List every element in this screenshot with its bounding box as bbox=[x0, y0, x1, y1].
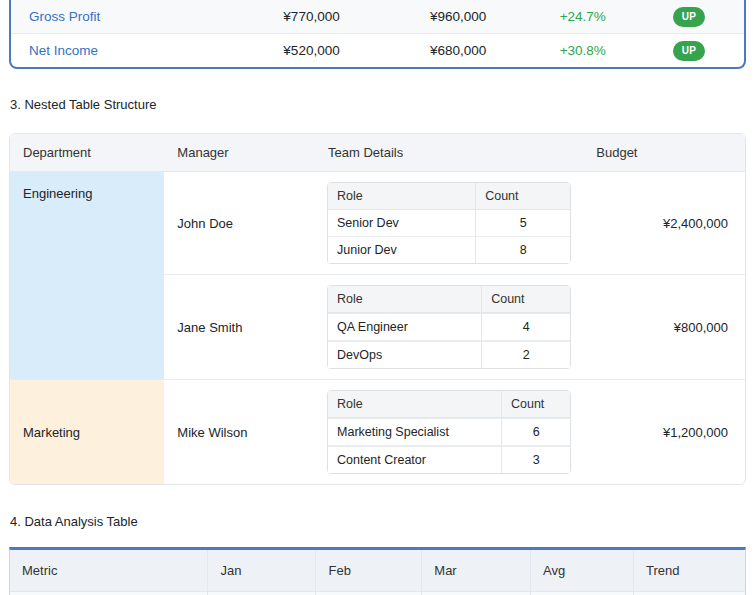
change-percent: +24.7% bbox=[531, 0, 634, 34]
table-row: Engineering John Doe Role Count Senior D… bbox=[10, 172, 745, 274]
count-cell: 5 bbox=[476, 210, 570, 237]
section-heading-nested-table: 3. Nested Table Structure bbox=[10, 97, 746, 112]
badge-cell: UP bbox=[634, 34, 744, 67]
table-row: Marketing Mike Wilson Role Count Marketi… bbox=[10, 379, 745, 484]
value-cell: ¥520,000 bbox=[238, 34, 385, 67]
inner-column-count: Count bbox=[502, 391, 570, 418]
team-details-cell: Role Count QA Engineer 4 DevOps 2 bbox=[315, 274, 583, 379]
count-cell: 3 bbox=[502, 446, 570, 473]
column-header-department: Department bbox=[10, 134, 164, 172]
role-cell: Senior Dev bbox=[328, 210, 476, 237]
team-details-cell: Role Count Senior Dev 5 Junior Dev 8 bbox=[315, 172, 583, 274]
column-header-jan: Jan bbox=[208, 550, 316, 592]
department-cell-marketing: Marketing bbox=[10, 379, 164, 484]
value-cell: ¥680,000 bbox=[385, 34, 532, 67]
financial-table: Gross Profit ¥770,000 ¥960,000 +24.7% UP… bbox=[9, 0, 746, 69]
status-badge: UP bbox=[673, 41, 705, 61]
role-cell: QA Engineer bbox=[328, 313, 482, 341]
column-header-trend: Trend bbox=[634, 550, 745, 592]
inner-column-count: Count bbox=[476, 183, 570, 210]
column-header-manager: Manager bbox=[164, 134, 315, 172]
change-percent: +30.8% bbox=[531, 34, 634, 67]
inner-header-row: Role Count bbox=[328, 183, 570, 210]
value-cell: ¥770,000 bbox=[238, 0, 385, 34]
badge-cell: UP bbox=[634, 0, 744, 34]
column-header-budget: Budget bbox=[583, 134, 745, 172]
column-header-avg: Avg bbox=[531, 550, 634, 592]
inner-row: Junior Dev 8 bbox=[328, 237, 570, 263]
team-roles-table: Role Count QA Engineer 4 DevOps 2 bbox=[327, 285, 571, 369]
count-cell: 4 bbox=[482, 313, 570, 341]
inner-row: Marketing Specialist 6 bbox=[328, 418, 570, 446]
department-cell-engineering: Engineering bbox=[10, 172, 164, 379]
team-details-cell: Role Count Marketing Specialist 6 Conten… bbox=[315, 379, 583, 484]
table-row: Gross Profit ¥770,000 ¥960,000 +24.7% UP bbox=[11, 0, 744, 34]
team-roles-table: Role Count Senior Dev 5 Junior Dev 8 bbox=[327, 182, 571, 264]
metric-label: Net Income bbox=[11, 34, 238, 67]
column-header-mar: Mar bbox=[422, 550, 531, 592]
inner-column-role: Role bbox=[328, 286, 482, 313]
role-cell: DevOps bbox=[328, 341, 482, 368]
inner-header-row: Role Count bbox=[328, 391, 570, 418]
column-header-feb: Feb bbox=[316, 550, 422, 592]
manager-cell: John Doe bbox=[164, 172, 315, 274]
inner-column-role: Role bbox=[328, 391, 502, 418]
header-row: Metric Jan Feb Mar Avg Trend bbox=[10, 550, 745, 592]
inner-column-role: Role bbox=[328, 183, 476, 210]
table-row: Net Income ¥520,000 ¥680,000 +30.8% UP bbox=[11, 34, 744, 67]
inner-row: Senior Dev 5 bbox=[328, 210, 570, 237]
section-heading-data-analysis: 4. Data Analysis Table bbox=[10, 514, 746, 529]
budget-cell: ¥1,200,000 bbox=[583, 379, 745, 484]
count-cell: 6 bbox=[502, 418, 570, 446]
metric-label: Gross Profit bbox=[11, 0, 238, 34]
value-cell: ¥960,000 bbox=[385, 0, 532, 34]
page: Gross Profit ¥770,000 ¥960,000 +24.7% UP… bbox=[0, 0, 755, 595]
role-cell: Junior Dev bbox=[328, 237, 476, 263]
role-cell: Marketing Specialist bbox=[328, 418, 502, 446]
inner-row: DevOps 2 bbox=[328, 341, 570, 368]
inner-header-row: Role Count bbox=[328, 286, 570, 313]
column-header-team-details: Team Details bbox=[315, 134, 583, 172]
header-row: Department Manager Team Details Budget bbox=[10, 134, 745, 172]
team-roles-table: Role Count Marketing Specialist 6 Conten… bbox=[327, 390, 571, 474]
data-analysis-table: Metric Jan Feb Mar Avg Trend Page Views … bbox=[9, 547, 746, 595]
status-badge: UP bbox=[673, 7, 705, 27]
role-cell: Content Creator bbox=[328, 446, 502, 473]
manager-cell: Jane Smith bbox=[164, 274, 315, 379]
budget-cell: ¥800,000 bbox=[583, 274, 745, 379]
count-cell: 8 bbox=[476, 237, 570, 263]
count-cell: 2 bbox=[482, 341, 570, 368]
nested-structure-table: Department Manager Team Details Budget E… bbox=[9, 133, 746, 485]
budget-cell: ¥2,400,000 bbox=[583, 172, 745, 274]
inner-column-count: Count bbox=[482, 286, 570, 313]
inner-row: QA Engineer 4 bbox=[328, 313, 570, 341]
inner-row: Content Creator 3 bbox=[328, 446, 570, 473]
column-header-metric: Metric bbox=[10, 550, 208, 592]
manager-cell: Mike Wilson bbox=[164, 379, 315, 484]
